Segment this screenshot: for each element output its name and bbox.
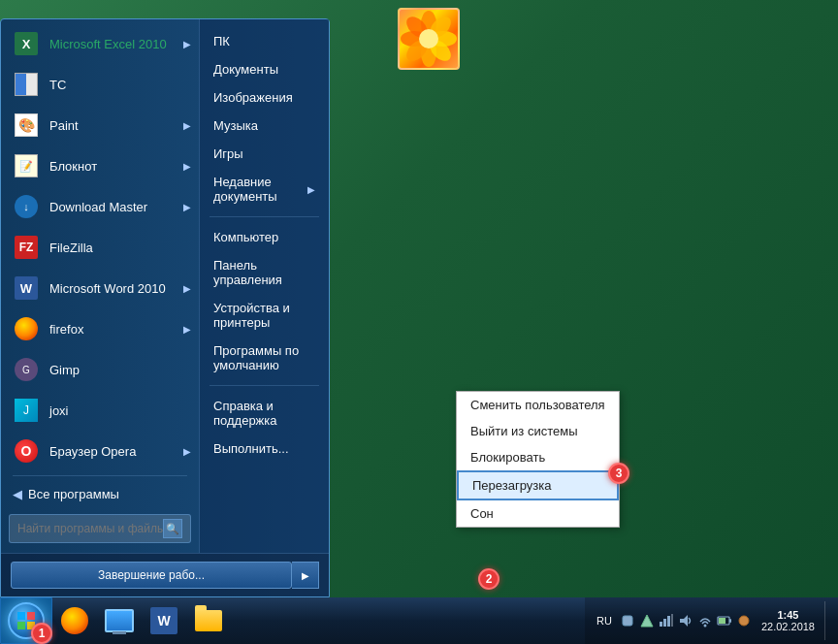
context-menu: Сменить пользователя Выйти из системы Бл… bbox=[456, 391, 620, 528]
arrow-icon: ▶ bbox=[307, 184, 315, 195]
context-item-lock[interactable]: Блокировать bbox=[457, 444, 619, 470]
arrow-icon: ▶ bbox=[183, 202, 191, 212]
taskbar-firefox-icon bbox=[61, 607, 88, 634]
badge-1: 1 bbox=[31, 623, 52, 644]
taskbar-word-icon: W bbox=[150, 607, 177, 634]
taskbar: 1 W RU bbox=[0, 597, 838, 644]
start-button-container: 1 bbox=[0, 597, 52, 644]
svg-rect-23 bbox=[729, 619, 731, 623]
joxi-icon: J bbox=[13, 397, 40, 424]
firefox-icon bbox=[13, 315, 40, 342]
menu-separator bbox=[13, 475, 187, 476]
svg-rect-22 bbox=[719, 618, 725, 624]
arrow-icon: ▶ bbox=[183, 324, 191, 335]
svg-rect-11 bbox=[17, 622, 25, 629]
system-tray: RU bbox=[585, 597, 838, 644]
menu-item-paint[interactable]: 🎨 Paint ▶ bbox=[1, 105, 199, 145]
badge-2: 2 bbox=[478, 568, 500, 590]
tray-icon-1[interactable] bbox=[620, 613, 635, 628]
taskbar-folder[interactable] bbox=[186, 599, 231, 642]
search-box: 🔍 bbox=[9, 514, 191, 543]
menu-item-filezilla[interactable]: FZ FileZilla bbox=[1, 227, 199, 268]
menu-item-tc[interactable]: TC bbox=[1, 64, 199, 105]
svg-rect-18 bbox=[671, 614, 673, 627]
svg-rect-17 bbox=[667, 616, 670, 627]
clock-date: 22.02.2018 bbox=[761, 621, 815, 632]
right-item-docs[interactable]: Документы bbox=[200, 55, 329, 83]
excel-icon: X bbox=[13, 30, 40, 57]
context-item-switch-user[interactable]: Сменить пользователя bbox=[457, 392, 619, 418]
gimp-icon: G bbox=[13, 356, 40, 383]
arrow-icon: ▶ bbox=[183, 446, 191, 457]
arrow-icon: ▶ bbox=[183, 161, 191, 172]
tray-icon-wifi[interactable] bbox=[697, 613, 713, 628]
notepad-icon: 📝 bbox=[13, 152, 40, 179]
badge-3: 3 bbox=[608, 463, 629, 484]
menu-item-download-master[interactable]: ↓ Download Master ▶ bbox=[1, 186, 199, 227]
right-item-music[interactable]: Музыка bbox=[200, 112, 329, 140]
svg-point-24 bbox=[739, 616, 749, 626]
tray-icon-app[interactable] bbox=[736, 613, 752, 628]
right-item-games[interactable]: Игры bbox=[200, 140, 329, 168]
filezilla-icon: FZ bbox=[13, 234, 40, 261]
taskbar-word[interactable]: W bbox=[142, 599, 186, 642]
tray-icon-battery[interactable] bbox=[717, 613, 732, 628]
arrow-icon: ▶ bbox=[183, 39, 191, 49]
start-menu-right-panel: ПК Документы Изображения Музыка Игры Нед… bbox=[199, 19, 329, 553]
svg-rect-15 bbox=[660, 622, 662, 627]
arrow-icon: ▶ bbox=[183, 283, 191, 294]
menu-item-excel[interactable]: X Microsoft Excel 2010 ▶ bbox=[1, 23, 199, 64]
taskbar-monitor[interactable] bbox=[97, 599, 142, 642]
right-item-images[interactable]: Изображения bbox=[200, 83, 329, 112]
right-item-pc[interactable]: ПК bbox=[200, 27, 329, 55]
start-menu-left-panel: X Microsoft Excel 2010 ▶ TC 🎨 Paint ▶ bbox=[1, 19, 199, 553]
opera-icon: O bbox=[13, 437, 40, 465]
search-button[interactable]: 🔍 bbox=[163, 519, 182, 538]
folder-icon bbox=[195, 610, 222, 631]
clock[interactable]: 1:45 22.02.2018 bbox=[756, 601, 821, 640]
taskbar-firefox[interactable] bbox=[52, 599, 97, 642]
search-input[interactable] bbox=[17, 522, 163, 535]
right-item-help[interactable]: Справка и поддержка bbox=[200, 392, 329, 435]
right-separator bbox=[210, 216, 319, 217]
download-master-icon: ↓ bbox=[13, 193, 40, 220]
context-item-restart[interactable]: Перезагрузка bbox=[457, 470, 619, 500]
word-icon: W bbox=[13, 274, 40, 302]
svg-rect-9 bbox=[17, 612, 25, 620]
right-item-devices[interactable]: Устройства и принтеры bbox=[200, 294, 329, 337]
svg-point-8 bbox=[419, 29, 438, 48]
all-programs-item[interactable]: ◀ Все программы bbox=[1, 480, 199, 508]
menu-item-opera[interactable]: O Браузер Opera ▶ bbox=[1, 431, 199, 471]
monitor-icon bbox=[105, 609, 134, 632]
svg-rect-13 bbox=[623, 616, 632, 626]
menu-item-firefox[interactable]: firefox ▶ bbox=[1, 308, 199, 349]
shutdown-button[interactable]: Завершение рабо... bbox=[11, 562, 292, 589]
svg-rect-10 bbox=[27, 612, 35, 620]
show-desktop-button[interactable] bbox=[824, 601, 830, 640]
right-item-control[interactable]: Панель управления bbox=[200, 251, 329, 294]
tray-icon-2[interactable] bbox=[639, 613, 655, 628]
shutdown-row: Завершение рабо... ▶ bbox=[1, 553, 329, 596]
tray-icon-volume[interactable] bbox=[678, 613, 693, 628]
tray-icon-network[interactable] bbox=[659, 613, 674, 628]
start-menu: X Microsoft Excel 2010 ▶ TC 🎨 Paint ▶ bbox=[0, 18, 330, 597]
right-item-recent[interactable]: Недавние документы ▶ bbox=[200, 168, 329, 210]
language-button[interactable]: RU bbox=[593, 613, 616, 628]
right-item-defaults[interactable]: Программы по умолчанию bbox=[200, 337, 329, 379]
shutdown-arrow-button[interactable]: ▶ bbox=[292, 562, 319, 589]
menu-item-joxi[interactable]: J joxi bbox=[1, 390, 199, 431]
svg-marker-19 bbox=[680, 615, 688, 627]
menu-item-gimp[interactable]: G Gimp bbox=[1, 349, 199, 390]
svg-rect-16 bbox=[663, 619, 666, 627]
context-item-sleep[interactable]: Сон bbox=[457, 500, 619, 527]
svg-marker-14 bbox=[641, 615, 653, 627]
tc-icon bbox=[13, 71, 40, 98]
start-menu-body: X Microsoft Excel 2010 ▶ TC 🎨 Paint ▶ bbox=[1, 19, 329, 553]
right-item-run[interactable]: Выполнить... bbox=[200, 435, 329, 463]
context-item-logout[interactable]: Выйти из системы bbox=[457, 418, 619, 444]
arrow-icon: ▶ bbox=[183, 120, 191, 131]
menu-item-notepad[interactable]: 📝 Блокнот ▶ bbox=[1, 145, 199, 186]
desktop-wallpaper-thumbnail bbox=[398, 8, 460, 70]
menu-item-word[interactable]: W Microsoft Word 2010 ▶ bbox=[1, 268, 199, 308]
right-item-computer[interactable]: Компьютер bbox=[200, 223, 329, 251]
